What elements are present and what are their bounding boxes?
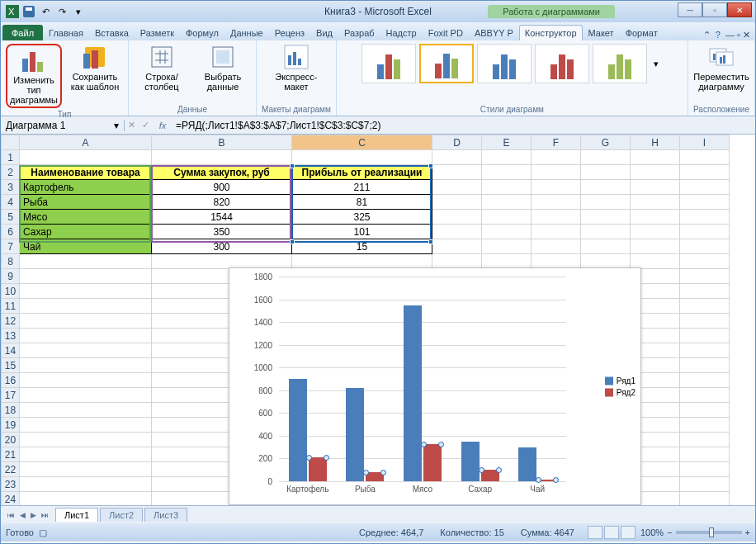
cell[interactable] <box>432 254 482 269</box>
name-box-dropdown-icon[interactable]: ▾ <box>114 120 119 131</box>
express-layout-button[interactable]: Экспресс-макет <box>268 44 324 92</box>
row-header[interactable]: 8 <box>2 254 20 269</box>
cell[interactable] <box>680 343 730 358</box>
cell[interactable] <box>20 269 152 284</box>
row-header[interactable]: 13 <box>2 329 20 343</box>
select-data-button[interactable]: Выбрать данные <box>195 44 251 92</box>
qat-dropdown-icon[interactable]: ▾ <box>72 5 85 18</box>
zoom-out-button[interactable]: − <box>667 527 672 537</box>
cell[interactable]: Картофель <box>20 180 152 195</box>
cell[interactable] <box>482 225 532 239</box>
row-header[interactable]: 2 <box>2 165 20 180</box>
cell[interactable]: 15 <box>292 239 432 254</box>
cell[interactable]: Рыба <box>20 195 152 210</box>
tab-разметк[interactable]: Разметк <box>135 25 180 40</box>
cell[interactable] <box>20 299 152 314</box>
zoom-slider[interactable] <box>676 531 742 534</box>
row-header[interactable]: 23 <box>2 477 20 492</box>
help-icon[interactable]: ? <box>716 30 721 40</box>
chart-bar[interactable] <box>461 442 480 481</box>
name-box[interactable]: Диаграмма 1 ▾ <box>1 120 125 131</box>
sheet-nav-prev[interactable]: ◀ <box>18 511 27 519</box>
row-header[interactable]: 24 <box>2 492 20 506</box>
cell[interactable] <box>631 195 680 210</box>
close-button[interactable]: ✕ <box>727 2 752 17</box>
row-header[interactable]: 4 <box>2 195 20 210</box>
row-header[interactable]: 18 <box>2 403 20 418</box>
maximize-button[interactable]: ▫ <box>702 2 727 17</box>
chart-bar[interactable] <box>346 388 364 481</box>
tab-вид[interactable]: Вид <box>310 25 338 40</box>
tab-вставка[interactable]: Вставка <box>89 25 135 40</box>
row-header[interactable]: 1 <box>2 150 20 165</box>
cell[interactable]: Наименование товара <box>20 165 152 180</box>
cell[interactable] <box>482 150 532 165</box>
chart-style-thumb[interactable] <box>361 44 416 83</box>
cell[interactable] <box>20 314 152 329</box>
row-header[interactable]: 17 <box>2 388 20 403</box>
tab-разраб[interactable]: Разраб <box>338 25 380 40</box>
sheet-tab[interactable]: Лист3 <box>144 508 187 522</box>
cell[interactable] <box>532 195 581 210</box>
cell[interactable] <box>680 462 730 477</box>
cell[interactable] <box>482 180 532 195</box>
cell[interactable] <box>20 343 152 358</box>
cell[interactable]: Сахар <box>20 225 152 239</box>
chart-bar[interactable] <box>423 444 442 481</box>
cell[interactable] <box>631 165 680 180</box>
cell[interactable] <box>20 433 152 447</box>
cell[interactable] <box>581 239 631 254</box>
move-chart-button[interactable]: Переместить диаграмму <box>693 44 749 92</box>
cell[interactable] <box>680 447 730 462</box>
mdi-controls[interactable]: — ▫ ✕ <box>725 30 750 40</box>
row-header[interactable]: 5 <box>2 210 20 225</box>
cell[interactable] <box>482 239 532 254</box>
cell[interactable] <box>532 165 581 180</box>
cell[interactable] <box>581 225 631 239</box>
row-header[interactable]: 16 <box>2 373 20 388</box>
chart-plot-area[interactable] <box>279 277 566 481</box>
cell[interactable] <box>631 225 680 239</box>
column-header[interactable]: I <box>680 135 730 150</box>
row-header[interactable]: 11 <box>2 299 20 314</box>
minimize-button[interactable]: ─ <box>678 2 702 17</box>
legend-item[interactable]: Ряд1 <box>605 376 636 386</box>
styles-more-icon[interactable]: ▾ <box>650 59 662 69</box>
cell[interactable] <box>152 254 292 269</box>
cell[interactable] <box>482 254 532 269</box>
cell[interactable] <box>680 358 730 373</box>
cell[interactable]: Сумма закупок, руб <box>152 165 292 180</box>
view-page-layout[interactable] <box>604 526 619 539</box>
fx-icon[interactable]: fx <box>153 121 172 130</box>
zoom-in-button[interactable]: + <box>745 527 750 537</box>
row-header[interactable]: 12 <box>2 314 20 329</box>
cell[interactable] <box>20 329 152 343</box>
tab-надстр[interactable]: Надстр <box>380 25 423 40</box>
cell[interactable] <box>581 195 631 210</box>
cell[interactable]: 350 <box>152 225 292 239</box>
cell[interactable] <box>680 165 730 180</box>
cell[interactable] <box>680 239 730 254</box>
row-header[interactable]: 10 <box>2 284 20 299</box>
cell[interactable] <box>482 210 532 225</box>
sheet-nav-first[interactable]: ⏮ <box>6 511 17 519</box>
tab-данные[interactable]: Данные <box>224 25 269 40</box>
cancel-formula-icon[interactable]: ✕ <box>125 120 139 130</box>
cell[interactable] <box>631 210 680 225</box>
chart-style-thumb[interactable] <box>593 44 647 83</box>
cell[interactable] <box>581 165 631 180</box>
chart-style-thumb[interactable] <box>477 44 532 83</box>
cell[interactable] <box>432 150 482 165</box>
zoom-level[interactable]: 100% <box>640 527 664 537</box>
cell[interactable] <box>532 150 581 165</box>
tab-abbyy p[interactable]: ABBYY P <box>469 25 519 40</box>
row-header[interactable]: 15 <box>2 358 20 373</box>
cell[interactable]: 101 <box>292 225 432 239</box>
cell[interactable] <box>20 284 152 299</box>
cell[interactable] <box>292 254 432 269</box>
chart-styles-gallery[interactable]: ▾ <box>361 44 662 83</box>
cell[interactable] <box>680 314 730 329</box>
column-header[interactable]: D <box>432 135 482 150</box>
cell[interactable] <box>20 358 152 373</box>
sheet-tab[interactable]: Лист1 <box>55 508 98 522</box>
